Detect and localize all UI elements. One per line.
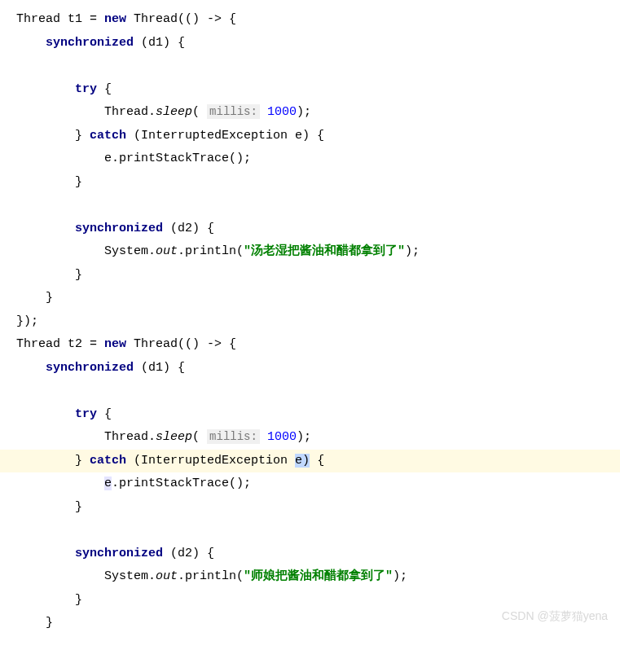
code-text: { [97,407,112,421]
code-text: }); [16,314,38,328]
keyword-catch: catch [90,129,126,143]
code-line-active[interactable]: } catch (InterruptedException e) { [0,450,620,473]
code-text: } [46,291,53,305]
code-text: Thread t1 = [16,12,104,26]
code-text: } [46,616,53,630]
variable-usage: e [104,477,112,490]
keyword-synchronized: synchronized [75,547,163,560]
code-text: ( [192,430,207,444]
code-text: } [75,268,82,282]
code-text: System. [104,244,156,258]
code-text: (d1) { [134,361,185,375]
keyword-new: new [104,337,126,351]
static-field: out [156,244,178,258]
code-text: Thread. [104,105,156,119]
code-text: } [75,593,82,607]
code-line[interactable]: synchronized (d2) { [0,217,620,241]
code-text: { [310,454,324,468]
code-line[interactable]: e.printStackTrace(); [0,147,620,171]
code-text: Thread(() -> { [126,12,236,26]
code-line[interactable]: try { [0,403,620,427]
code-line[interactable]: Thread.sleep( millis: 1000); [0,101,620,125]
code-text: (d2) { [163,547,214,560]
number-literal: 1000 [267,430,297,444]
code-text: (InterruptedException e) { [126,129,324,143]
code-text: (InterruptedException [126,454,295,468]
param-hint: millis: [207,104,260,119]
code-line[interactable]: Thread t1 = new Thread(() -> { [0,8,620,32]
code-line[interactable]: System.out.println("师娘把酱油和醋都拿到了"); [0,565,620,589]
code-text: } [75,129,90,143]
code-text: .println( [178,244,244,258]
code-line[interactable]: } catch (InterruptedException e) { [0,125,620,148]
code-text: ); [297,430,311,444]
code-text: Thread. [104,430,156,444]
code-text [260,430,267,444]
code-line[interactable]: Thread t2 = new Thread(() -> { [0,333,620,357]
keyword-synchronized: synchronized [46,36,134,50]
code-line[interactable] [0,194,620,217]
keyword-try: try [75,82,97,96]
keyword-try: try [75,407,97,421]
code-text: } [75,175,82,189]
keyword-catch: catch [90,454,126,468]
code-line[interactable] [0,519,620,542]
code-line[interactable]: synchronized (d1) { [0,357,620,380]
variable-cursor: e [295,454,302,468]
code-text: Thread t2 = [16,337,104,351]
keyword-new: new [104,12,126,26]
code-text: e.printStackTrace(); [104,152,251,165]
code-line[interactable]: System.out.println("汤老湿把酱油和醋都拿到了"); [0,240,620,264]
code-line[interactable]: } [0,171,620,195]
static-field: out [156,569,178,583]
code-text: Thread(() -> { [126,337,236,351]
number-literal: 1000 [267,105,297,119]
code-line[interactable]: try { [0,78,620,102]
code-text: ); [405,244,420,258]
code-text: (d1) { [134,36,185,50]
code-text: } [75,454,90,468]
code-text [260,105,267,119]
code-line[interactable]: Thread.sleep( millis: 1000); [0,426,620,450]
string-literal: "师娘把酱油和醋都拿到了" [244,569,393,583]
static-method: sleep [156,430,192,444]
code-editor[interactable]: Thread t1 = new Thread(() -> { synchroni… [0,8,620,635]
code-text: } [75,500,82,514]
code-text: System. [104,569,156,583]
code-line[interactable]: } [0,264,620,288]
code-text: .println( [178,569,244,583]
code-text: { [97,82,112,96]
code-text: .printStackTrace(); [112,477,251,490]
keyword-synchronized: synchronized [75,222,163,235]
code-text: ); [297,105,311,119]
code-line[interactable] [0,380,620,403]
code-line[interactable]: e.printStackTrace(); [0,472,620,496]
keyword-synchronized: synchronized [46,361,134,375]
code-text: (d2) { [163,222,214,235]
code-line[interactable]: synchronized (d2) { [0,542,620,566]
code-text: ( [192,105,207,119]
code-line[interactable]: synchronized (d1) { [0,32,620,55]
code-text: ); [393,569,407,583]
paren-highlight: ) [302,454,310,468]
string-literal: "汤老湿把酱油和醋都拿到了" [244,244,405,258]
code-line[interactable]: } [0,287,620,310]
static-method: sleep [156,105,192,119]
code-line[interactable]: }); [0,310,620,334]
param-hint: millis: [207,429,260,444]
code-line[interactable] [0,55,620,78]
watermark-text: CSDN @菠萝猫yena [502,605,608,627]
code-line[interactable]: } [0,496,620,520]
